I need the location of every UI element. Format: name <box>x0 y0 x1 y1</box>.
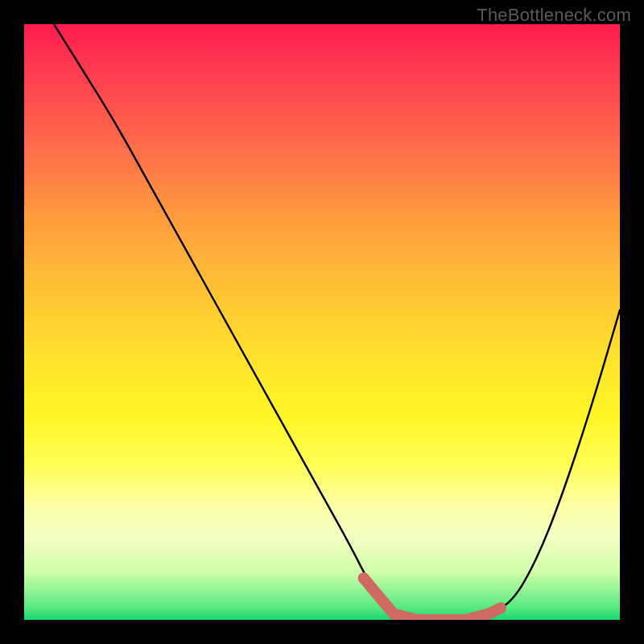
chart-frame: TheBottleneck.com <box>0 0 644 644</box>
attribution-label: TheBottleneck.com <box>477 5 631 26</box>
chart-svg <box>24 24 620 620</box>
optimal-range-start-dot <box>358 572 369 584</box>
bottleneck-curve <box>54 24 620 620</box>
plot-area <box>24 24 620 620</box>
optimal-range-marker <box>364 578 501 620</box>
